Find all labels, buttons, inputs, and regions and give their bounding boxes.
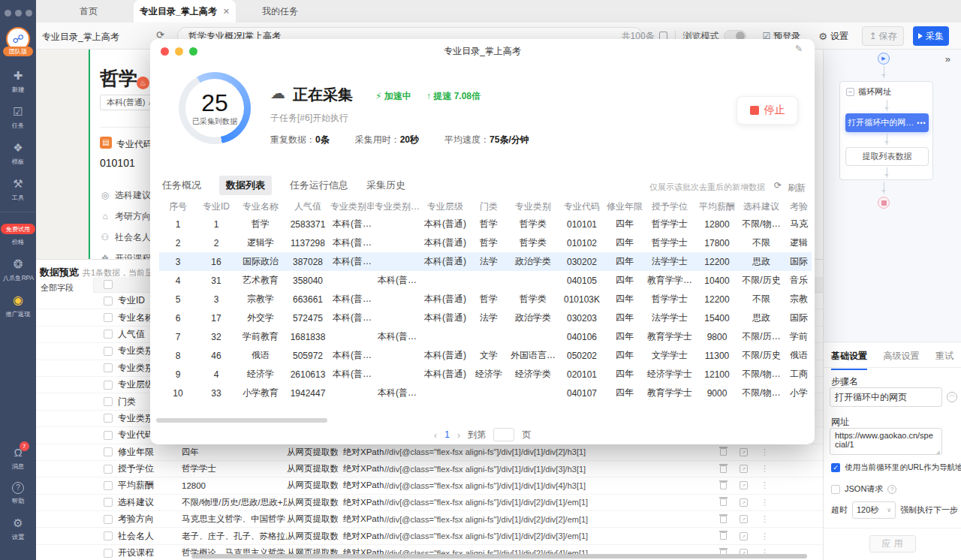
- window-close-dot[interactable]: [5, 10, 11, 17]
- table-row[interactable]: 22逻辑学1137298本科(普…本科(普通)哲学哲学类010102四年哲学学士…: [159, 233, 812, 252]
- table-row[interactable]: 431艺术教育358040本科(普…040105四年教育学学…10400不限/历…: [159, 271, 812, 290]
- modal-tab[interactable]: 任务概况: [162, 176, 201, 195]
- step-extract-list[interactable]: 提取列表数据: [845, 147, 929, 166]
- tab-my-tasks[interactable]: 我的任务: [254, 0, 306, 23]
- flow-start-icon[interactable]: ▶: [878, 53, 890, 65]
- tab-home[interactable]: 首页: [70, 0, 107, 23]
- table-row[interactable]: 617外交学572475本科(普…本科(普通)法学政治学类030203四年法学学…: [159, 309, 812, 327]
- row-checkbox[interactable]: [104, 330, 113, 339]
- export-icon[interactable]: ↗: [740, 515, 748, 523]
- table-row[interactable]: 94经济学2610613本科(普…本科(普通)经济学经济学类020101四年经济…: [159, 365, 812, 384]
- row-checkbox[interactable]: [104, 498, 113, 507]
- kebab-menu-icon[interactable]: ⋮: [761, 531, 769, 541]
- level-pill[interactable]: 本科(普通)›: [100, 95, 158, 110]
- kebab-menu-icon[interactable]: ⋮: [761, 464, 769, 474]
- checkbox-checked-icon[interactable]: ✓: [831, 463, 840, 472]
- delete-icon[interactable]: [720, 498, 727, 506]
- column-header[interactable]: 门类: [470, 200, 508, 213]
- table-row[interactable]: 732学前教育1681838本科(普…040106四年教育学学士9800不限/历…: [159, 327, 812, 346]
- column-header[interactable]: 专业类别串: [330, 200, 374, 213]
- field-row[interactable]: 平均薪酬12800从网页提取数据绝对XPath//div[@class="fle…: [36, 477, 826, 494]
- sidebar-item-tools[interactable]: ⚒工具: [0, 177, 36, 203]
- collapse-panel-icon[interactable]: »: [945, 53, 950, 65]
- table-row[interactable]: 53宗教学663661本科(普…本科(普通)哲学哲学类010103K四年哲学学士…: [159, 290, 812, 309]
- tab-close-icon[interactable]: ✕: [223, 7, 230, 17]
- checkbox-unchecked-icon[interactable]: [831, 485, 840, 494]
- row-checkbox[interactable]: [104, 381, 113, 390]
- column-header[interactable]: 人气值: [285, 200, 330, 213]
- row-checkbox[interactable]: [104, 347, 113, 356]
- field-row[interactable]: 授予学位哲学学士从网页提取数据绝对XPath//div[@class="flex…: [36, 461, 826, 477]
- delete-icon[interactable]: [720, 465, 727, 473]
- export-icon[interactable]: ↗: [740, 498, 748, 507]
- collect-button[interactable]: 采集: [913, 26, 949, 46]
- step-name-input[interactable]: [830, 387, 942, 407]
- field-row[interactable]: 选科建议不限/物理/历史/思政/思政+历史从网页提取数据绝对XPath//div…: [36, 495, 826, 511]
- modal-tab[interactable]: 采集历史: [366, 176, 405, 195]
- edit-icon[interactable]: ✎: [795, 44, 803, 54]
- current-page[interactable]: 1: [444, 429, 450, 440]
- export-icon[interactable]: ↗: [740, 532, 748, 540]
- sidebar-item-templates[interactable]: ❖模板: [0, 141, 36, 167]
- kebab-menu-icon[interactable]: ⋮: [761, 514, 769, 524]
- column-header[interactable]: 序号: [159, 200, 197, 213]
- row-checkbox[interactable]: [104, 447, 113, 456]
- table-row[interactable]: 1033小学教育1942447本科(普…040107四年教育学学士9000不限/…: [159, 384, 812, 402]
- more-icon[interactable]: •••: [917, 119, 926, 127]
- goto-page-input[interactable]: [493, 428, 514, 441]
- next-page-icon[interactable]: ›: [457, 429, 460, 441]
- variable-icon[interactable]: ◠: [947, 392, 957, 402]
- column-header[interactable]: 专业类别: [508, 200, 559, 213]
- window-minimize-dot[interactable]: [15, 10, 22, 17]
- field-row[interactable]: 社会名人老子、庄子、孔子、苏格拉底、柏…从网页提取数据绝对XPath//div[…: [36, 528, 826, 544]
- table-row[interactable]: 11哲学2583371本科(普…本科(普通)哲学哲学类010101四年哲学学士1…: [159, 215, 812, 233]
- kebab-menu-icon[interactable]: ⋮: [761, 498, 769, 507]
- delete-icon[interactable]: [720, 516, 727, 523]
- timeout-select[interactable]: 120秒 ∨: [852, 501, 896, 519]
- row-checkbox[interactable]: [104, 531, 113, 540]
- tab-current-task[interactable]: 专业目录_掌上高考 ✕: [134, 0, 236, 23]
- window-zoom-dot[interactable]: [26, 10, 32, 17]
- row-checkbox[interactable]: [104, 313, 113, 322]
- settings-button[interactable]: 设置: [830, 30, 848, 43]
- row-checkbox[interactable]: [104, 297, 113, 306]
- row-checkbox[interactable]: [104, 515, 113, 524]
- column-header[interactable]: 专业代码: [559, 200, 605, 213]
- free-trial-badge[interactable]: 免费试用: [1, 224, 35, 234]
- stop-button[interactable]: 停止: [737, 96, 798, 125]
- kebab-menu-icon[interactable]: ⋮: [761, 447, 769, 457]
- save-button[interactable]: ↥保存: [862, 26, 904, 46]
- sidebar-item-new[interactable]: ✚新建: [0, 69, 36, 95]
- column-header[interactable]: 专业类别…: [374, 200, 420, 213]
- apply-button[interactable]: 应用: [869, 535, 916, 552]
- row-checkbox[interactable]: [104, 549, 113, 558]
- column-header[interactable]: 专业ID: [197, 200, 236, 213]
- row-checkbox[interactable]: [104, 363, 113, 372]
- row-checkbox[interactable]: [104, 414, 113, 423]
- help-icon[interactable]: ?: [887, 485, 896, 494]
- resize-grip-icon[interactable]: ◢: [936, 449, 940, 454]
- loop-url-block[interactable]: – 循环网址 打开循环中的网…••• 提取列表数据: [839, 81, 933, 180]
- row-checkbox[interactable]: [104, 397, 113, 406]
- preview-horizontal-scrollbar[interactable]: [191, 554, 807, 558]
- prev-page-icon[interactable]: ‹: [434, 429, 437, 441]
- export-icon[interactable]: ↗: [740, 448, 748, 456]
- sidebar-item-rpa[interactable]: ❂八爪鱼RPA: [0, 257, 36, 283]
- sidebar-item-settings[interactable]: ⚙设置: [0, 516, 36, 542]
- column-header[interactable]: 专业名称: [236, 200, 285, 213]
- row-checkbox[interactable]: [104, 481, 113, 490]
- delete-icon[interactable]: [720, 482, 727, 489]
- field-row[interactable]: 修业年限四年从网页提取数据绝对XPath//div[@class="flex-f…: [36, 444, 826, 461]
- step-url-textarea[interactable]: https://www.gaokao.cn/special/1: [830, 428, 942, 455]
- select-all-checkbox[interactable]: [104, 280, 113, 289]
- column-header[interactable]: 考验: [784, 200, 814, 213]
- refresh-icon[interactable]: ⟳: [774, 180, 782, 191]
- column-header[interactable]: 授予学位: [644, 200, 695, 213]
- column-header[interactable]: 选科建议: [739, 200, 784, 213]
- collapse-block-icon[interactable]: –: [846, 88, 854, 96]
- window-controls[interactable]: [5, 10, 32, 17]
- row-checkbox[interactable]: [104, 431, 113, 440]
- table-row[interactable]: 316国际政治387028本科(普…本科(普通)法学政治学类030202四年法学…: [159, 252, 812, 271]
- column-header[interactable]: 专业层级: [420, 200, 470, 213]
- column-header[interactable]: 修业年限: [605, 200, 644, 213]
